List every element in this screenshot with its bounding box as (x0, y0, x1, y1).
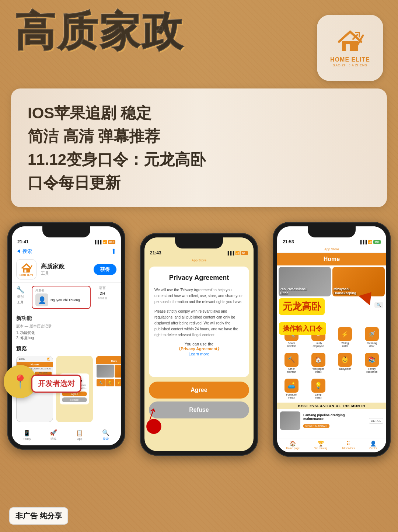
phone3-frame: 21:53 ▐▐▐ 📶 79+ App Store Home Pao Profe… (273, 222, 391, 457)
phone1-screen: 21:41 ▐▐▐ 📶 86+ ◀ 搜索 ⬆ (12, 226, 121, 445)
p1-lang-val: ZH (100, 291, 105, 296)
p1-app-header: HOME ELITE 高质家政 工具 获得 (12, 256, 121, 283)
p1-get-button[interactable]: 获得 (94, 264, 116, 275)
p1-nav-search-label: 搜索 (103, 437, 109, 441)
p1-nav-games[interactable]: 🚀 游戏 (50, 429, 57, 441)
p1-version: 版本 — 版本历史记录 (16, 324, 116, 329)
phone1-time: 21:41 (17, 239, 29, 244)
p3-service-furniture[interactable]: 🛋️ Furnitureinstall (279, 377, 304, 401)
info-line-1: IOS苹果追剧 稳定 (28, 101, 370, 125)
p1-back-btn[interactable]: ◀ 搜索 (16, 248, 32, 255)
p1-new-title: 新功能 (16, 315, 116, 322)
info-line-3: 11.12变身口令：元龙高卧 (28, 148, 370, 171)
info-line-2: 简洁 高清 弹幕推荐 (28, 125, 370, 148)
p1-app-type: 工具 (41, 271, 89, 276)
p3-nav-center[interactable]: 👤 Center (369, 441, 377, 449)
p2-appstore-bar: App Store (144, 257, 254, 264)
phone2-notch (175, 237, 223, 248)
p3-banner-1: Pao ProfessionalTutor (279, 267, 331, 296)
app-logo-container: HOME ELITE GAO ZHI JIA ZHENG (317, 15, 383, 81)
phone1-battery: 86+ (108, 240, 115, 244)
p1-nav-today[interactable]: 📱 Today (23, 430, 31, 441)
p1-lang-label: 语言 (99, 286, 106, 291)
p3-service-babysitter[interactable]: 👶 Babysitter (332, 351, 358, 376)
p1-developer-box-outer: 开发者 👤 Nguyen Phi Thuong (32, 286, 91, 309)
p1-ss1-status: 13:03📶 (17, 356, 53, 362)
p1-preview-title: 预览 (12, 344, 121, 354)
phone2-battery: 86+ (241, 251, 248, 255)
p1-nav-search[interactable]: 🔍 搜索 (102, 429, 109, 441)
p3-home-header: Home (277, 253, 386, 265)
babysitter-icon: 👶 (338, 353, 352, 367)
p1-dev-name: Nguyen Phi Thuong (50, 298, 80, 302)
p1-share-icon[interactable]: ⬆ (111, 247, 116, 255)
p3-service-babysitter-label: Babysitter (339, 368, 351, 371)
p2-you-can-use: You can use the (185, 342, 214, 346)
signal-icon-2: ▐▐▐ (226, 251, 234, 255)
p1-app-name: 高质家政 (41, 263, 89, 271)
lamp-icon: 💡 (311, 379, 325, 393)
p1-nav-app-label: App (77, 437, 82, 441)
p3-search-icon[interactable]: 🔍 (377, 303, 381, 307)
p2-privacy-link[interactable]: 《Privacy Agreement》 (177, 347, 221, 351)
phone2-frame: 21:43 ▐▐▐ 📶 86+ App Store Privacy Agreem… (140, 233, 258, 456)
p1-cat-type: 🔧 类别 工具 (16, 286, 24, 309)
p1-cat-lang: 语言 ZH 1种语言 (98, 286, 107, 309)
phone1-status-icons: ▐▐▐ 📶 86+ (94, 240, 115, 244)
search-icon: 🔍 (102, 429, 109, 436)
p2-link-text: You can use the 《Privacy Agreement》 Lear… (154, 342, 244, 356)
p3-banner-2-label: MizuyoshiHousekeeping (334, 287, 356, 295)
info-box: IOS苹果追剧 稳定 简洁 高清 弹幕推荐 11.12变身口令：元龙高卧 口令每… (11, 88, 387, 207)
p3-service-other-label: Othermaintain (287, 368, 296, 374)
p3-service-wallpaper[interactable]: 🏠 Wallpaperinstall (306, 351, 331, 376)
app-logo-name: HOME ELITE (330, 56, 370, 63)
p3-banner-2: MizuyoshiHousekeeping (332, 267, 385, 296)
phones-section: 21:41 ▐▐▐ 📶 86+ ◀ 搜索 ⬆ (0, 218, 398, 468)
today-icon: 📱 (23, 430, 31, 437)
p2-refuse-button[interactable]: Refuse (149, 401, 249, 418)
p3-overlay-yuanlong: 元龙高卧 (279, 298, 325, 315)
p2-body1: We will use the 'Privacy Agreement' to h… (154, 287, 244, 305)
p3-nav-home[interactable]: 🏠 Home page (286, 441, 300, 449)
wifi-icon-3: 📶 (368, 240, 372, 244)
p2-agree-button[interactable]: Agree (149, 382, 249, 399)
p3-nav-rank[interactable]: 🏆 Top ranking (314, 441, 327, 449)
p3-service-family[interactable]: 📚 Familyeducation (359, 351, 385, 376)
p1-app-logo: HOME ELITE (16, 259, 36, 279)
p3-search-box: 🔍 (374, 302, 383, 308)
phone2-status-icons: ▐▐▐ 📶 86+ (226, 251, 248, 255)
p1-bottom-nav: 📱 Today 🚀 游戏 📋 App 🔍 搜索 (12, 426, 121, 445)
p1-nav-today-label: Today (23, 437, 31, 441)
p3-review-image (280, 411, 300, 430)
p3-service-wiring[interactable]: ⚡ Wiringinstall (332, 325, 358, 350)
p3-service-hourly-label: Hourlyemployee (313, 342, 324, 348)
wallpaper-icon: 🏠 (311, 353, 325, 367)
p3-service-family-label: Familyeducation (366, 368, 377, 374)
p3-service-wiring-label: Wiringinstall (341, 342, 349, 348)
wiring-icon: ⚡ (338, 327, 352, 341)
p1-categories: 🔧 类别 工具 开发者 👤 Nguyen Phi Thuong 语 (12, 283, 121, 312)
p3-nav-services-label: All services (342, 447, 355, 449)
p3-nav-services[interactable]: ⠿ All services (342, 441, 355, 449)
p1-logo-svg (20, 263, 33, 274)
p1-new-feature: 新功能 版本 — 版本历史记录 1. 功能优化 2. 修复bug (12, 312, 121, 344)
wifi-icon-2: 📶 (235, 251, 240, 255)
p2-learn-more[interactable]: Learn more (189, 352, 209, 356)
p1-cat-type-label: 类别 (17, 295, 24, 299)
circle-indicator: ⬤ (146, 417, 162, 434)
p3-service-wallpaper-label: Wallpaperinstall (313, 368, 324, 374)
p1-changelog2: 2. 修复bug (16, 335, 116, 341)
center-icon: 👤 (370, 441, 376, 446)
p1-nav-app[interactable]: 📋 App (76, 430, 83, 441)
p1-nav-games-label: 游戏 (50, 437, 56, 441)
p3-service-cleaning[interactable]: 🚿 Cleaningdoor (359, 325, 385, 350)
p3-service-cleaning-label: Cleaningdoor (367, 342, 377, 348)
p3-detail-button[interactable]: DETAIL (369, 418, 383, 424)
phone3-screen: 21:53 ▐▐▐ 📶 79+ App Store Home Pao Profe… (277, 226, 386, 452)
p3-nav-rank-label: Top ranking (314, 447, 327, 449)
other-maintain-icon: 🔨 (284, 353, 298, 367)
p3-service-lamp[interactable]: 💡 Lampinstall (306, 377, 331, 401)
p3-arrow-right (360, 291, 375, 302)
p3-service-other[interactable]: 🔨 Othermaintain (279, 351, 304, 376)
all-services-icon: ⠿ (346, 441, 350, 446)
